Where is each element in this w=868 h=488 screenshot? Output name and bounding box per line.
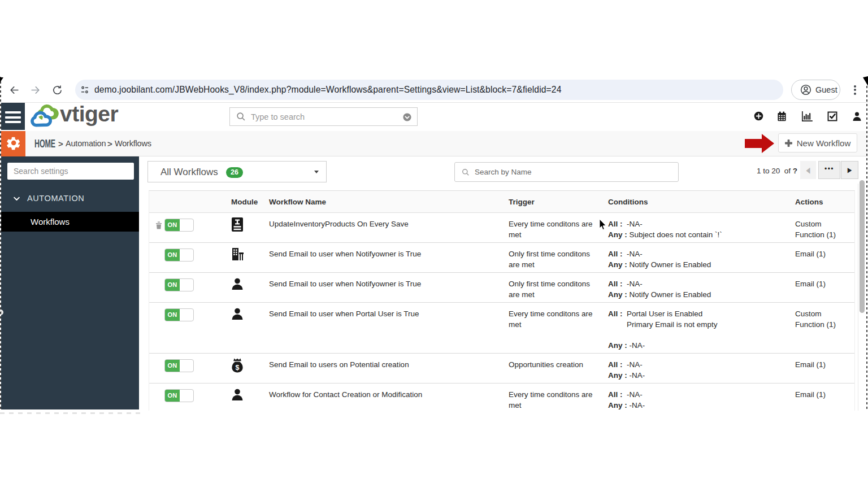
svg-text:$: $ bbox=[236, 364, 240, 372]
